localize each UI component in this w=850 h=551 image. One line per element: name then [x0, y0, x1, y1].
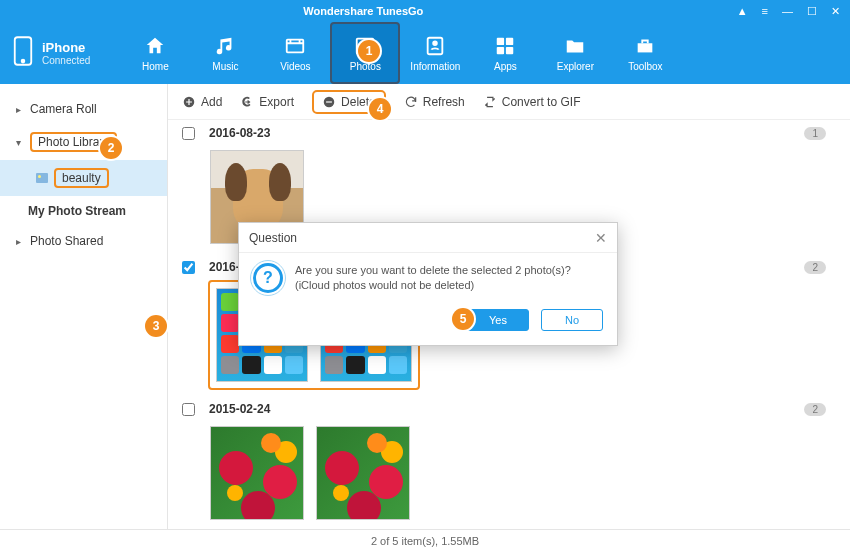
- group-header[interactable]: 2016- 2: [168, 254, 850, 280]
- tab-information[interactable]: Information: [400, 22, 470, 84]
- group-date: 2016-08-23: [209, 126, 270, 140]
- thumbnail-row: [168, 422, 850, 529]
- sidebar-item-camera-roll[interactable]: ▸Camera Roll: [0, 94, 167, 124]
- group-header[interactable]: 2016-08-23 1: [168, 120, 850, 146]
- group-count: 2: [804, 261, 826, 274]
- photo-thumbnail[interactable]: [210, 426, 304, 520]
- sidebar-item-my-photo-stream[interactable]: My Photo Stream: [0, 196, 167, 226]
- sidebar: ▸Camera Roll ▾Photo Library beaulty My P…: [0, 84, 168, 529]
- toolbar: Add Export Delete Refresh Convert to GIF: [168, 84, 850, 120]
- annotation-4: 4: [369, 98, 391, 120]
- sidebar-item-photo-library[interactable]: ▾Photo Library: [0, 124, 167, 160]
- group-checkbox[interactable]: [182, 261, 195, 274]
- tab-explorer[interactable]: Explorer: [540, 22, 610, 84]
- annotation-1: 1: [358, 40, 380, 62]
- minimize-button[interactable]: —: [782, 5, 793, 18]
- tab-music-label: Music: [212, 61, 238, 72]
- tab-home-label: Home: [142, 61, 169, 72]
- svg-rect-8: [506, 37, 513, 44]
- refresh-button[interactable]: Refresh: [404, 95, 465, 109]
- annotation-3: 3: [145, 315, 167, 337]
- refresh-label: Refresh: [423, 95, 465, 109]
- tab-toolbox-label: Toolbox: [628, 61, 662, 72]
- status-text: 2 of 5 item(s), 1.55MB: [371, 535, 479, 547]
- app-title: Wondershare TunesGo: [0, 5, 727, 17]
- content: 2016-08-23 1 2016- 2 2015-02-24 2: [168, 120, 850, 529]
- photo-thumbnail[interactable]: [216, 288, 308, 382]
- thumbnail-row-selected: [208, 280, 420, 390]
- svg-rect-10: [506, 46, 513, 53]
- sidebar-item-beauty[interactable]: beaulty: [0, 160, 167, 196]
- group-checkbox[interactable]: [182, 127, 195, 140]
- thumbnail-row: [168, 146, 850, 254]
- svg-point-6: [434, 41, 438, 45]
- group-date: 2016-: [209, 260, 240, 274]
- close-button[interactable]: ✕: [831, 5, 840, 18]
- export-label: Export: [259, 95, 294, 109]
- tab-videos[interactable]: Videos: [260, 22, 330, 84]
- convert-gif-button[interactable]: Convert to GIF: [483, 95, 581, 109]
- tab-information-label: Information: [410, 61, 460, 72]
- tab-explorer-label: Explorer: [557, 61, 594, 72]
- svg-rect-9: [497, 46, 504, 53]
- sidebar-item-photo-shared[interactable]: ▸Photo Shared: [0, 226, 167, 256]
- main-tabs: Home Music Videos Photos Information App…: [120, 22, 680, 84]
- tab-home[interactable]: Home: [120, 22, 190, 84]
- sidebar-label: My Photo Stream: [28, 204, 126, 218]
- main: Add Export Delete Refresh Convert to GIF…: [168, 84, 850, 529]
- user-icon[interactable]: ▲: [737, 5, 748, 18]
- status-bar: 2 of 5 item(s), 1.55MB: [0, 529, 850, 551]
- maximize-button[interactable]: ☐: [807, 5, 817, 18]
- tab-apps[interactable]: Apps: [470, 22, 540, 84]
- header: iPhone Connected Home Music Videos Photo…: [0, 22, 850, 84]
- photo-icon: [36, 173, 48, 183]
- device-indicator[interactable]: iPhone Connected: [12, 36, 90, 70]
- tab-toolbox[interactable]: Toolbox: [610, 22, 680, 84]
- svg-point-1: [22, 60, 25, 63]
- photo-thumbnail[interactable]: [210, 150, 304, 244]
- caret-right-icon: ▸: [16, 104, 24, 115]
- sidebar-label: beaulty: [54, 168, 109, 188]
- caret-right-icon: ▸: [16, 236, 24, 247]
- annotation-2: 2: [100, 137, 122, 159]
- group-date: 2015-02-24: [209, 402, 270, 416]
- svg-rect-2: [287, 39, 304, 52]
- phone-icon: [12, 36, 34, 70]
- tab-music[interactable]: Music: [190, 22, 260, 84]
- svg-rect-7: [497, 37, 504, 44]
- device-status: Connected: [42, 55, 90, 66]
- export-button[interactable]: Export: [240, 95, 294, 109]
- photo-thumbnail[interactable]: [320, 288, 412, 382]
- group-header[interactable]: 2015-02-24 2: [168, 396, 850, 422]
- group-checkbox[interactable]: [182, 403, 195, 416]
- add-label: Add: [201, 95, 222, 109]
- device-name: iPhone: [42, 40, 90, 55]
- menu-icon[interactable]: ≡: [762, 5, 768, 18]
- photo-thumbnail[interactable]: [316, 426, 410, 520]
- sidebar-label: Photo Shared: [30, 234, 103, 248]
- add-button[interactable]: Add: [182, 95, 222, 109]
- device-text: iPhone Connected: [42, 40, 90, 66]
- group-count: 1: [804, 127, 826, 140]
- window-controls: ▲ ≡ — ☐ ✕: [727, 5, 850, 18]
- tab-apps-label: Apps: [494, 61, 517, 72]
- tab-videos-label: Videos: [280, 61, 310, 72]
- caret-down-icon: ▾: [16, 137, 24, 148]
- sidebar-label: Camera Roll: [30, 102, 97, 116]
- tab-photos-label: Photos: [350, 61, 381, 72]
- body: ▸Camera Roll ▾Photo Library beaulty My P…: [0, 84, 850, 529]
- convert-label: Convert to GIF: [502, 95, 581, 109]
- group-count: 2: [804, 403, 826, 416]
- annotation-5: 5: [452, 308, 474, 330]
- svg-rect-13: [326, 101, 332, 102]
- title-bar: Wondershare TunesGo ▲ ≡ — ☐ ✕: [0, 0, 850, 22]
